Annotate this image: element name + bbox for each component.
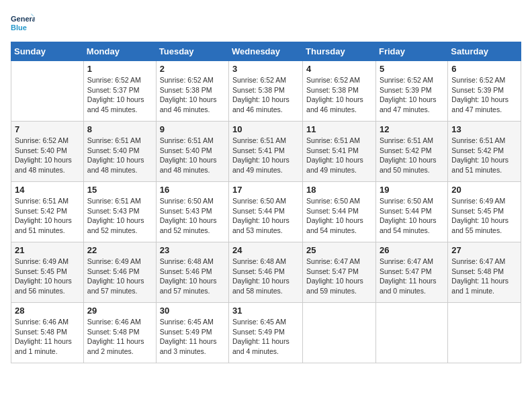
calendar-cell: 19Sunrise: 6:50 AM Sunset: 5:44 PM Dayli… [375,182,447,242]
calendar-cell [375,303,447,363]
header-day-sunday: Sunday [11,42,84,61]
day-number: 25 [306,245,372,255]
day-number: 14 [15,185,80,195]
calendar-cell: 18Sunrise: 6:50 AM Sunset: 5:44 PM Dayli… [303,182,376,242]
day-number: 27 [451,245,517,255]
day-number: 15 [87,185,152,195]
day-info: Sunrise: 6:49 AM Sunset: 5:46 PM Dayligh… [87,257,152,296]
week-row-5: 28Sunrise: 6:46 AM Sunset: 5:48 PM Dayli… [11,303,521,363]
calendar-cell: 15Sunrise: 6:51 AM Sunset: 5:43 PM Dayli… [83,182,156,242]
calendar-cell: 22Sunrise: 6:49 AM Sunset: 5:46 PM Dayli… [83,242,156,303]
calendar-cell: 12Sunrise: 6:51 AM Sunset: 5:42 PM Dayli… [375,122,447,182]
calendar-cell [448,303,521,363]
calendar-cell: 4Sunrise: 6:52 AM Sunset: 5:38 PM Daylig… [303,61,376,122]
day-info: Sunrise: 6:48 AM Sunset: 5:46 PM Dayligh… [160,257,225,296]
day-info: Sunrise: 6:52 AM Sunset: 5:38 PM Dayligh… [306,75,372,115]
day-info: Sunrise: 6:47 AM Sunset: 5:47 PM Dayligh… [380,257,444,296]
day-info: Sunrise: 6:50 AM Sunset: 5:43 PM Dayligh… [160,196,225,236]
day-number: 26 [380,245,444,255]
day-info: Sunrise: 6:50 AM Sunset: 5:44 PM Dayligh… [380,196,444,236]
day-info: Sunrise: 6:46 AM Sunset: 5:48 PM Dayligh… [15,317,80,357]
day-number: 29 [87,306,152,316]
week-row-4: 21Sunrise: 6:49 AM Sunset: 5:45 PM Dayli… [11,242,521,303]
calendar-cell: 23Sunrise: 6:48 AM Sunset: 5:46 PM Dayli… [156,242,228,303]
calendar-cell: 26Sunrise: 6:47 AM Sunset: 5:47 PM Dayli… [375,242,447,303]
svg-text:Blue: Blue [11,24,27,32]
calendar-cell: 16Sunrise: 6:50 AM Sunset: 5:43 PM Dayli… [156,182,228,242]
day-info: Sunrise: 6:52 AM Sunset: 5:38 PM Dayligh… [160,75,225,115]
calendar-cell: 24Sunrise: 6:48 AM Sunset: 5:46 PM Dayli… [229,242,303,303]
day-info: Sunrise: 6:50 AM Sunset: 5:44 PM Dayligh… [306,196,372,236]
calendar-cell: 3Sunrise: 6:52 AM Sunset: 5:38 PM Daylig… [229,61,303,122]
day-number: 1 [87,64,152,74]
header-day-monday: Monday [83,42,156,61]
calendar-cell: 6Sunrise: 6:52 AM Sunset: 5:39 PM Daylig… [448,61,521,122]
page-header: General Blue [11,11,521,35]
calendar-cell: 30Sunrise: 6:45 AM Sunset: 5:49 PM Dayli… [156,303,228,363]
day-number: 13 [451,124,517,134]
day-number: 3 [232,64,299,74]
calendar-cell: 14Sunrise: 6:51 AM Sunset: 5:42 PM Dayli… [11,182,84,242]
day-info: Sunrise: 6:47 AM Sunset: 5:47 PM Dayligh… [306,257,372,296]
day-info: Sunrise: 6:47 AM Sunset: 5:48 PM Dayligh… [451,257,517,296]
header-day-thursday: Thursday [303,42,376,61]
day-info: Sunrise: 6:51 AM Sunset: 5:40 PM Dayligh… [87,136,152,175]
day-info: Sunrise: 6:52 AM Sunset: 5:37 PM Dayligh… [87,75,152,115]
day-info: Sunrise: 6:52 AM Sunset: 5:39 PM Dayligh… [380,75,444,115]
week-row-3: 14Sunrise: 6:51 AM Sunset: 5:42 PM Dayli… [11,182,521,242]
day-info: Sunrise: 6:51 AM Sunset: 5:41 PM Dayligh… [306,136,372,175]
day-info: Sunrise: 6:51 AM Sunset: 5:40 PM Dayligh… [160,136,225,175]
day-number: 30 [160,306,225,316]
day-number: 6 [451,64,517,74]
week-row-1: 1Sunrise: 6:52 AM Sunset: 5:37 PM Daylig… [11,61,521,122]
day-info: Sunrise: 6:50 AM Sunset: 5:44 PM Dayligh… [232,196,299,236]
calendar-cell: 27Sunrise: 6:47 AM Sunset: 5:48 PM Dayli… [448,242,521,303]
header-row: SundayMondayTuesdayWednesdayThursdayFrid… [11,42,521,61]
day-number: 12 [380,124,444,134]
calendar-cell: 21Sunrise: 6:49 AM Sunset: 5:45 PM Dayli… [11,242,84,303]
calendar-cell: 11Sunrise: 6:51 AM Sunset: 5:41 PM Dayli… [303,122,376,182]
day-number: 21 [15,245,80,255]
header-day-wednesday: Wednesday [229,42,303,61]
day-number: 24 [232,245,299,255]
day-info: Sunrise: 6:45 AM Sunset: 5:49 PM Dayligh… [160,317,225,357]
calendar-cell: 17Sunrise: 6:50 AM Sunset: 5:44 PM Dayli… [229,182,303,242]
calendar-cell: 28Sunrise: 6:46 AM Sunset: 5:48 PM Dayli… [11,303,84,363]
day-number: 5 [380,64,444,74]
day-number: 19 [380,185,444,195]
day-number: 10 [232,124,299,134]
calendar-cell [303,303,376,363]
calendar-cell: 2Sunrise: 6:52 AM Sunset: 5:38 PM Daylig… [156,61,228,122]
calendar-cell: 29Sunrise: 6:46 AM Sunset: 5:48 PM Dayli… [83,303,156,363]
day-number: 23 [160,245,225,255]
day-info: Sunrise: 6:52 AM Sunset: 5:38 PM Dayligh… [232,75,299,115]
day-number: 31 [232,306,299,316]
day-info: Sunrise: 6:51 AM Sunset: 5:42 PM Dayligh… [380,136,444,175]
header-day-tuesday: Tuesday [156,42,228,61]
day-info: Sunrise: 6:46 AM Sunset: 5:48 PM Dayligh… [87,317,152,357]
day-number: 8 [87,124,152,134]
day-number: 22 [87,245,152,255]
day-number: 2 [160,64,225,74]
day-number: 18 [306,185,372,195]
calendar-cell: 9Sunrise: 6:51 AM Sunset: 5:40 PM Daylig… [156,122,228,182]
calendar-cell: 20Sunrise: 6:49 AM Sunset: 5:45 PM Dayli… [448,182,521,242]
day-number: 17 [232,185,299,195]
day-number: 4 [306,64,372,74]
day-info: Sunrise: 6:48 AM Sunset: 5:46 PM Dayligh… [232,257,299,296]
day-info: Sunrise: 6:51 AM Sunset: 5:41 PM Dayligh… [232,136,299,175]
day-info: Sunrise: 6:45 AM Sunset: 5:49 PM Dayligh… [232,317,299,357]
day-info: Sunrise: 6:51 AM Sunset: 5:42 PM Dayligh… [15,196,80,236]
day-info: Sunrise: 6:51 AM Sunset: 5:43 PM Dayligh… [87,196,152,236]
day-number: 20 [451,185,517,195]
calendar-cell: 1Sunrise: 6:52 AM Sunset: 5:37 PM Daylig… [83,61,156,122]
calendar-cell: 10Sunrise: 6:51 AM Sunset: 5:41 PM Dayli… [229,122,303,182]
week-row-2: 7Sunrise: 6:52 AM Sunset: 5:40 PM Daylig… [11,122,521,182]
calendar-table: SundayMondayTuesdayWednesdayThursdayFrid… [11,42,521,363]
logo-bird-icon: General Blue [11,11,35,35]
calendar-cell: 8Sunrise: 6:51 AM Sunset: 5:40 PM Daylig… [83,122,156,182]
calendar-cell: 31Sunrise: 6:45 AM Sunset: 5:49 PM Dayli… [229,303,303,363]
day-info: Sunrise: 6:49 AM Sunset: 5:45 PM Dayligh… [15,257,80,296]
calendar-cell: 13Sunrise: 6:51 AM Sunset: 5:42 PM Dayli… [448,122,521,182]
svg-text:General: General [11,15,35,23]
